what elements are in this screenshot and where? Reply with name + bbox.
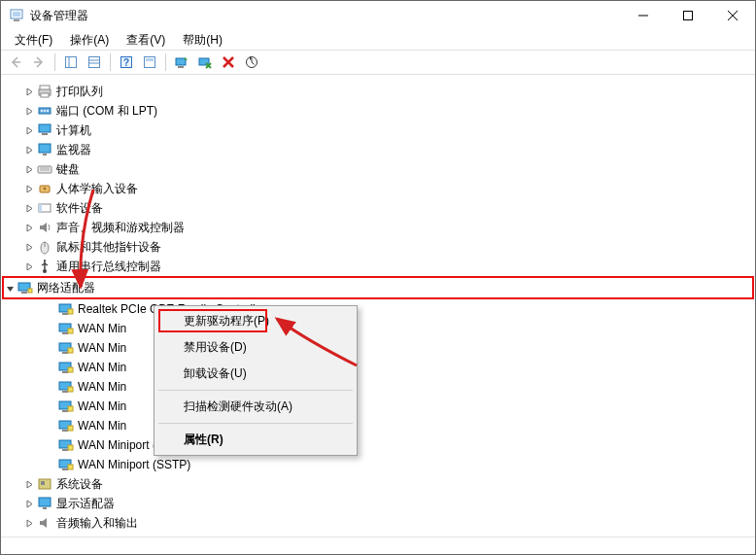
category-keyboard[interactable]: 键盘 (2, 159, 754, 179)
svg-rect-17 (146, 58, 154, 61)
network-adapter-item[interactable]: WAN Miniport (SSTP) (2, 455, 754, 474)
category-mouse[interactable]: 鼠标和其他指针设备 (2, 237, 754, 257)
expander-icon[interactable] (23, 124, 35, 136)
context-menu: 更新驱动程序(P)禁用设备(D)卸载设备(U)扫描检测硬件改动(A)属性(R) (154, 305, 358, 456)
tree-node-label: 人体学输入设备 (56, 181, 138, 197)
window-controls (621, 1, 755, 30)
svg-rect-63 (62, 410, 68, 412)
svg-rect-58 (68, 367, 73, 372)
svg-rect-45 (21, 292, 27, 294)
context-menu-separator (158, 390, 353, 391)
category-display[interactable]: 显示适配器 (2, 494, 754, 513)
expander-icon[interactable] (23, 517, 35, 529)
category-printer[interactable]: 打印队列 (2, 82, 754, 101)
maximize-button[interactable] (666, 1, 710, 30)
network-adapter-item[interactable]: WAN Min (2, 377, 754, 397)
expander-icon[interactable] (23, 260, 35, 272)
expander-icon[interactable] (23, 202, 35, 214)
expander-icon[interactable] (45, 459, 56, 470)
context-menu-item[interactable]: 禁用设备(D) (156, 334, 355, 361)
forward-button[interactable] (28, 52, 50, 73)
menu-file[interactable]: 文件(F) (7, 30, 60, 51)
category-usb[interactable]: 通用串行总线控制器 (2, 257, 754, 276)
usb-icon (37, 259, 52, 274)
device-tree-area[interactable]: 打印队列端口 (COM 和 LPT)计算机监视器键盘人体学输入设备软件设备声音、… (2, 76, 754, 535)
expander-icon[interactable] (23, 144, 35, 156)
window-title: 设备管理器 (30, 8, 621, 24)
menu-view[interactable]: 查看(V) (119, 30, 173, 51)
expander-icon[interactable] (23, 478, 35, 490)
netadapter-icon (58, 437, 74, 453)
close-button[interactable] (710, 1, 755, 30)
svg-rect-64 (68, 406, 73, 411)
category-computer[interactable]: 计算机 (2, 121, 754, 140)
network-adapter-item[interactable]: WAN Min (2, 319, 754, 338)
category-system[interactable]: 系统设备 (2, 474, 754, 494)
context-menu-item[interactable]: 属性(R) (156, 427, 355, 453)
menu-action[interactable]: 操作(A) (62, 30, 117, 51)
menu-help[interactable]: 帮助(H) (175, 30, 230, 51)
audioio-icon (37, 515, 52, 531)
properties-button[interactable] (139, 52, 160, 73)
expander-icon[interactable] (23, 105, 35, 117)
view-button-2[interactable] (84, 52, 105, 73)
network-adapter-item[interactable]: Realtek PCIe GBE Family Controller (2, 299, 754, 319)
netadapter-icon (58, 418, 74, 434)
device-tree: 打印队列端口 (COM 和 LPT)计算机监视器键盘人体学输入设备软件设备声音、… (2, 76, 754, 533)
back-button[interactable] (5, 52, 26, 73)
disable-device-button[interactable] (194, 52, 216, 73)
update-driver-button[interactable] (171, 52, 192, 73)
category-hid[interactable]: 人体学输入设备 (2, 179, 754, 198)
category-port[interactable]: 端口 (COM 和 LPT) (2, 101, 754, 121)
expander-icon[interactable] (45, 342, 56, 354)
svg-rect-52 (68, 329, 73, 333)
category-monitor[interactable]: 监视器 (2, 140, 754, 159)
expander-icon[interactable] (45, 400, 56, 412)
expander-icon[interactable] (23, 163, 35, 175)
tree-node-label: WAN Miniport (SSTP) (78, 458, 190, 471)
context-menu-item[interactable]: 卸载设备(U) (156, 361, 355, 387)
menubar: 文件(F) 操作(A) 查看(V) 帮助(H) (1, 30, 755, 50)
svg-point-26 (41, 110, 43, 112)
network-adapter-item[interactable]: WAN Min (2, 358, 754, 377)
expander-icon[interactable] (45, 303, 56, 315)
minimize-button[interactable] (621, 1, 666, 30)
category-audioio[interactable]: 音频输入和输出 (2, 513, 754, 533)
keyboard-icon (37, 161, 52, 177)
svg-rect-55 (68, 348, 73, 353)
context-menu-item[interactable]: 更新驱动程序(P) (156, 308, 355, 334)
expander-icon[interactable] (45, 439, 56, 451)
expander-icon[interactable] (23, 86, 35, 97)
netadapter-icon (58, 340, 74, 356)
context-menu-item[interactable]: 扫描检测硬件改动(A) (156, 394, 355, 420)
network-adapter-item[interactable]: WAN Miniport (PPTP) (2, 435, 754, 455)
expander-icon[interactable] (23, 241, 35, 253)
network-adapter-item[interactable]: WAN Min (2, 338, 754, 358)
svg-rect-18 (176, 58, 186, 65)
expander-icon[interactable] (4, 282, 16, 294)
network-adapter-item[interactable]: WAN Min (2, 397, 754, 416)
category-software[interactable]: 软件设备 (2, 198, 754, 218)
toolbar-separator (165, 53, 166, 71)
category-network-adapters[interactable]: 网络适配器 (2, 276, 754, 299)
expander-icon[interactable] (23, 183, 35, 194)
expander-icon[interactable] (45, 323, 56, 334)
uninstall-button[interactable] (218, 52, 239, 73)
expander-icon[interactable] (45, 362, 56, 373)
help-button[interactable]: ? (116, 52, 137, 73)
expander-icon[interactable] (45, 420, 56, 432)
tree-node-label: WAN Min (78, 341, 126, 355)
expander-icon[interactable] (23, 222, 35, 233)
toolbar-separator (110, 53, 111, 71)
expander-icon[interactable] (23, 498, 35, 509)
expander-icon[interactable] (45, 381, 56, 393)
svg-rect-67 (68, 426, 73, 431)
toolbar: ? (1, 50, 755, 75)
context-menu-separator (158, 423, 353, 424)
svg-rect-60 (62, 391, 68, 393)
category-audio[interactable]: 声音、视频和游戏控制器 (2, 218, 754, 237)
view-button-1[interactable] (60, 52, 82, 73)
network-adapter-item[interactable]: WAN Min (2, 416, 754, 435)
toolbar-separator (54, 53, 55, 71)
scan-hardware-button[interactable] (241, 52, 262, 73)
